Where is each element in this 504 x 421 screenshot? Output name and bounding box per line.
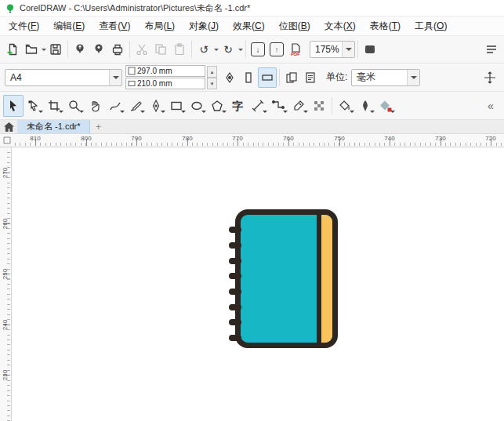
menu-item-layout[interactable]: 布局(L) (137, 17, 182, 35)
shape-tool-button[interactable] (24, 95, 44, 117)
chevron-down-icon (346, 48, 352, 54)
toolbar-separator (191, 41, 192, 58)
publish-pdf-button[interactable]: PDF (286, 39, 305, 60)
zoom-tool-button[interactable] (64, 95, 85, 117)
page-height-field[interactable]: 210.0 mm (125, 78, 205, 89)
toolbar-options-button[interactable] (482, 39, 501, 60)
artistic-media-tool-button[interactable] (125, 95, 146, 117)
cloud-share-button[interactable] (71, 39, 89, 60)
cut-button[interactable] (132, 39, 151, 60)
property-bar: A4 297.0 mm 210.0 mm ▴ ▾ (0, 64, 504, 92)
landscape-button[interactable] (258, 67, 277, 88)
menu-item-text[interactable]: 文本(X) (317, 17, 363, 35)
paste-button[interactable] (170, 39, 189, 60)
portrait-button[interactable] (239, 67, 258, 88)
print-button[interactable] (108, 39, 127, 60)
pick-tool-button[interactable] (3, 95, 24, 117)
import-button[interactable]: ↓ (248, 39, 267, 60)
zoom-caret-button[interactable] (342, 42, 354, 57)
outline-pen-tool-button[interactable] (355, 95, 375, 117)
ruler-origin-icon (3, 136, 11, 144)
horizontal-ruler[interactable]: 810 800 790 780 770 760 750 740 730 720 (0, 134, 504, 147)
menu-item-object[interactable]: 对象(J) (182, 17, 226, 35)
magnifier-icon (67, 99, 82, 113)
home-tab-button[interactable] (0, 120, 17, 133)
title-bar: CorelDRAW - C:\Users\Administrator\Pictu… (0, 0, 504, 17)
ellipse-tool-button[interactable] (187, 95, 207, 117)
notebook-cover (235, 209, 338, 348)
undo-button[interactable]: ↺ (194, 39, 213, 60)
redo-dropdown-caret-icon[interactable] (238, 49, 243, 53)
zoom-level-value: 175% (310, 44, 342, 55)
transparency-tool-button[interactable] (309, 95, 329, 117)
menu-item-edit[interactable]: 编辑(E) (46, 17, 92, 35)
rectangle-tool-button[interactable] (166, 95, 187, 117)
menu-item-file[interactable]: 文件(F) (2, 17, 46, 35)
units-select[interactable]: 毫米 (351, 69, 420, 86)
height-arrow-icon (128, 79, 136, 88)
nudge-distance-button[interactable] (480, 67, 499, 88)
paste-icon (172, 42, 187, 56)
connector-tool-button[interactable] (268, 95, 288, 117)
crop-tool-button[interactable] (44, 95, 64, 117)
ruler-label: 800 (81, 135, 91, 142)
ruler-label: 760 (283, 135, 293, 142)
pen-tool-button[interactable] (146, 95, 166, 117)
page-width-field[interactable]: 297.0 mm (125, 65, 205, 77)
text-tool-button[interactable]: 字 (227, 95, 248, 117)
notebook-ring (229, 335, 241, 341)
page-width-value: 297.0 mm (137, 67, 172, 75)
portrait-page-icon (241, 71, 256, 85)
freehand-tool-button[interactable] (105, 95, 125, 117)
notebook-ring (229, 258, 241, 264)
units-caret-button[interactable] (407, 70, 419, 85)
page-size-select[interactable]: A4 (5, 69, 122, 86)
menu-item-tools[interactable]: 工具(O) (408, 17, 454, 35)
units-label: 单位: (326, 71, 347, 84)
zoom-level-select[interactable]: 175% (310, 41, 355, 58)
fill-bucket-icon (338, 99, 352, 113)
menu-item-bitmaps[interactable]: 位图(B) (272, 17, 317, 35)
all-pages-button[interactable] (282, 67, 301, 88)
freehand-curve-icon (108, 99, 122, 113)
auto-fit-page-button[interactable] (220, 67, 239, 88)
toolbox-separator (332, 97, 332, 114)
interactive-fill-tool-button[interactable] (335, 95, 355, 117)
save-button[interactable] (46, 39, 65, 60)
fullscreen-preview-button[interactable] (361, 39, 379, 60)
drawing-canvas[interactable]: 270 260 250 240 230 (0, 147, 504, 421)
vertical-ruler[interactable]: 270 260 250 240 230 (0, 147, 12, 421)
toolbox-overflow-button[interactable]: « (480, 95, 501, 117)
spin-down-button[interactable]: ▾ (207, 78, 217, 89)
current-page-button[interactable] (301, 67, 320, 88)
collaborate-button[interactable] (89, 39, 108, 60)
open-document-button[interactable] (22, 39, 41, 60)
polygon-tool-button[interactable] (207, 95, 227, 117)
page-height-value: 210.0 mm (137, 79, 172, 88)
notebook-ring (229, 227, 241, 233)
options-lines-icon (484, 42, 499, 56)
text-tool-icon: 字 (232, 100, 243, 111)
menu-item-view[interactable]: 查看(V) (92, 17, 137, 35)
page-size-caret-button[interactable] (109, 70, 121, 85)
ruler-label: 730 (435, 135, 445, 142)
pan-tool-button[interactable] (85, 95, 105, 117)
notebook-drawing-object[interactable] (235, 209, 338, 348)
menu-item-table[interactable]: 表格(T) (363, 17, 408, 35)
document-tab-active[interactable]: 未命名 -1.cdr* (17, 120, 90, 133)
dimension-tool-button[interactable] (248, 95, 268, 117)
ruler-label: 230 (2, 369, 9, 382)
spin-up-button[interactable]: ▴ (207, 66, 217, 78)
ruler-origin-button[interactable] (0, 134, 14, 147)
rectangle-icon (169, 99, 183, 113)
eyedropper-tool-button[interactable] (288, 95, 309, 117)
new-tab-button[interactable]: + (90, 120, 106, 133)
export-button[interactable]: ↑ (267, 39, 286, 60)
new-document-button[interactable] (3, 39, 22, 60)
menu-item-effects[interactable]: 效果(C) (226, 17, 272, 35)
copy-button[interactable] (151, 39, 170, 60)
ruler-major-ticks (35, 139, 504, 146)
ruler-label: 240 (2, 319, 9, 332)
fill-color-tool-button[interactable] (375, 95, 396, 117)
redo-button[interactable]: ↻ (219, 39, 237, 60)
